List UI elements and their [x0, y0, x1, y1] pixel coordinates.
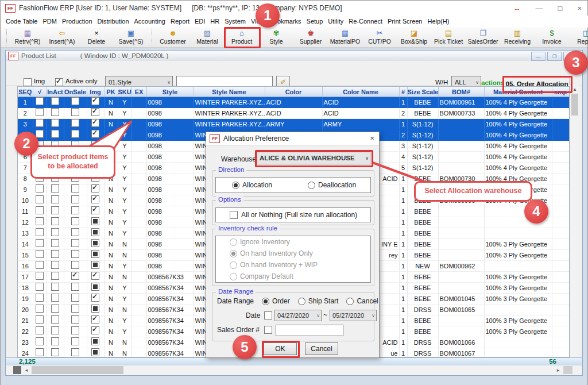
scroll-left-icon[interactable]: ◂ [22, 365, 30, 375]
column-header-sku[interactable]: SKU [118, 87, 131, 97]
horizontal-scrollbar[interactable]: ◂ ▸ [6, 365, 582, 375]
column-header-color-name[interactable]: Color Name [322, 87, 399, 97]
menu-item-system[interactable]: System [224, 17, 246, 26]
inactive-checkbox[interactable] [51, 119, 59, 127]
onsale-checkbox[interactable] [71, 294, 79, 302]
row-select-checkbox[interactable] [36, 130, 44, 138]
dialog-cancel-button[interactable]: Cancel [305, 342, 338, 355]
img-checkbox[interactable] [91, 228, 99, 236]
menu-item-production[interactable]: Production [61, 17, 93, 26]
date-to-select[interactable]: 05/27/2020 ∨ [330, 310, 377, 321]
toolbar-button-pick-ticket[interactable]: ▤Pick Ticket [431, 28, 466, 47]
onsale-checkbox[interactable] [71, 261, 79, 269]
toolbar-button-save-s[interactable]: ▣Save(^S) [114, 28, 148, 47]
row-select-checkbox[interactable] [36, 283, 44, 291]
toolbar-button-retrv-r[interactable]: ▦Retrv(^R) [10, 28, 45, 47]
row-select-checkbox[interactable] [36, 348, 44, 356]
sales-order-input[interactable] [276, 325, 343, 336]
active-only-checkbox[interactable] [55, 78, 63, 86]
img-checkbox[interactable] [91, 130, 99, 138]
row-select-checkbox[interactable] [36, 250, 44, 258]
onsale-checkbox[interactable] [71, 315, 79, 324]
column-header-ex[interactable]: EX [131, 87, 146, 97]
row-select-checkbox[interactable] [36, 261, 44, 269]
inventory-option-on-hand-inventory-only[interactable]: On hand Inventory Only [230, 249, 370, 257]
scroll-right-icon[interactable]: ▸ [554, 365, 562, 375]
inactive-checkbox[interactable] [51, 130, 59, 138]
img-checkbox[interactable] [91, 239, 99, 247]
img-checkbox[interactable] [91, 294, 99, 302]
menu-item-utility[interactable]: Utility [327, 17, 344, 26]
scrollbar-thumb[interactable] [571, 94, 578, 116]
row-select-checkbox[interactable] [36, 119, 44, 127]
inactive-checkbox[interactable] [51, 315, 59, 324]
img-checkbox[interactable] [91, 217, 99, 225]
toolbar-button-delete[interactable]: ×Delete [79, 28, 114, 47]
table-row[interactable]: 1NY0098WINTER PARKER-XYZ..ACIDACID1BEBEB… [18, 97, 569, 108]
img-checkbox[interactable] [91, 326, 99, 334]
row-select-checkbox[interactable] [36, 337, 44, 345]
row-select-checkbox[interactable] [36, 184, 44, 192]
toolbar-button-box-ship[interactable]: ◪Box&Ship [397, 28, 431, 47]
sales-order-checkbox[interactable] [264, 326, 272, 334]
toolbar-button-invoice[interactable]: $Invoice [535, 28, 569, 47]
toolbar-button-style[interactable]: ✾Style [259, 28, 293, 47]
onsale-checkbox[interactable] [71, 195, 79, 203]
toolbar-button-customer[interactable]: ☻Customer [156, 28, 190, 47]
menu-item-pdm[interactable]: PDM [42, 17, 57, 26]
onsale-checkbox[interactable] [71, 239, 79, 247]
inactive-checkbox[interactable] [51, 239, 59, 247]
row-select-checkbox[interactable] [36, 305, 44, 313]
row-select-checkbox[interactable] [36, 326, 44, 334]
onsale-checkbox[interactable] [71, 305, 79, 313]
onsale-checkbox[interactable] [71, 184, 79, 192]
img-checkbox[interactable] [91, 195, 99, 203]
toolbar-button-receiving[interactable]: ▥Receiving [500, 28, 535, 47]
menu-item-distribution[interactable]: Distribution [97, 17, 130, 26]
column-header-seq[interactable]: SEQ [18, 87, 33, 97]
close-button[interactable]: × [577, 4, 582, 13]
row-select-checkbox[interactable] [36, 228, 44, 236]
inactive-checkbox[interactable] [51, 326, 59, 334]
img-checkbox[interactable] [91, 184, 99, 192]
toolbar-button-report[interactable]: ◫Report [569, 28, 588, 47]
column-header-material-content[interactable]: Material Content [484, 87, 552, 97]
inventory-option-ignore-inventory[interactable]: Ignore Inventory [230, 238, 370, 246]
column-header-pk[interactable]: PK [104, 87, 118, 97]
toolbar-button-materialpo[interactable]: ▦MaterialPO [328, 28, 362, 47]
table-row[interactable]: 2NY0098WINTER PARKER-XYZ..ACIDACID2BEBEB… [18, 108, 569, 119]
date-range-option-ship-start[interactable]: Ship Start [298, 297, 339, 305]
menu-item-print-screen[interactable]: Print Screen [387, 17, 423, 26]
column-header-color[interactable]: Color [265, 87, 322, 97]
toolbar-button-product[interactable]: ⌂Product [225, 28, 259, 47]
inactive-checkbox[interactable] [51, 195, 59, 203]
img-checkbox[interactable] [91, 305, 99, 313]
row-select-checkbox[interactable] [36, 239, 44, 247]
resize-icon[interactable]: ↔ [513, 4, 521, 13]
menu-item-re-connect[interactable]: Re-Connect [348, 17, 383, 26]
table-row[interactable]: 3NY0098WINTER PARKER-XYZ..ARMYARMY1S(1-1… [18, 119, 569, 130]
img-checkbox[interactable] [24, 78, 32, 86]
toolbar-button-cut-po[interactable]: ✂CUT/PO [362, 28, 397, 47]
menu-item-code-table[interactable]: Code Table [5, 17, 38, 26]
onsale-checkbox[interactable] [71, 130, 79, 138]
direction-option-allocation[interactable]: Allocation [232, 181, 272, 189]
inactive-checkbox[interactable] [51, 206, 59, 214]
onsale-checkbox[interactable] [71, 326, 79, 334]
toolbar-button-supplier[interactable]: ♚Supplier [293, 28, 328, 47]
inventory-option-company-default[interactable]: Company Default [230, 272, 370, 280]
row-select-checkbox[interactable] [36, 195, 44, 203]
direction-option-deallocation[interactable]: Deallocation [308, 181, 356, 189]
img-checkbox[interactable] [91, 348, 99, 356]
column-header-inact[interactable]: InAct [47, 87, 64, 97]
onsale-checkbox[interactable] [71, 337, 79, 345]
menu-item-edi[interactable]: EDI [194, 17, 206, 26]
inactive-checkbox[interactable] [51, 97, 59, 105]
onsale-checkbox[interactable] [71, 272, 79, 280]
img-checkbox[interactable] [91, 337, 99, 345]
scrollbar-thumb[interactable] [32, 366, 123, 374]
img-checkbox[interactable] [91, 272, 99, 280]
date-range-option-cancel[interactable]: Cancel [346, 297, 378, 305]
onsale-checkbox[interactable] [71, 206, 79, 214]
inactive-checkbox[interactable] [51, 337, 59, 345]
